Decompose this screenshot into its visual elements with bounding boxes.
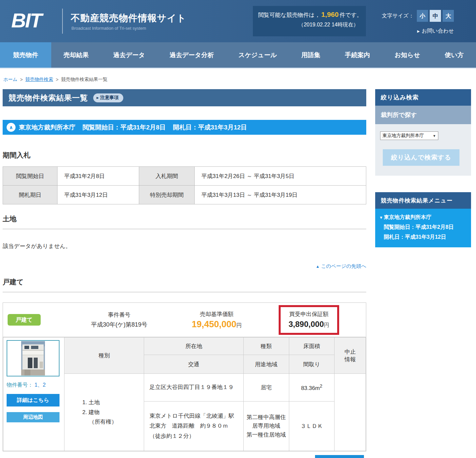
zoning-cell: 第二種中高層住居専用地域 第一種住居地域 xyxy=(244,402,289,451)
type-line: 1. 土地 xyxy=(82,398,139,407)
font-size-large-button[interactable]: 大 xyxy=(443,10,454,22)
nav-item-schedule[interactable]: スケジュール xyxy=(226,42,289,68)
font-size-label: 文字サイズ： xyxy=(382,13,414,19)
bit-logo[interactable]: BIT xyxy=(11,9,41,32)
header-cancel-info: 中止 情報 xyxy=(335,337,366,374)
arrow-right-icon: ▶ xyxy=(417,29,420,33)
font-size-medium-button[interactable]: 中 xyxy=(430,10,441,22)
infobox-date: （2019.02.22 14時現在） xyxy=(258,21,361,28)
main-column: 競売物件検索結果一覧 ▶ 注意事項 ∧ 東京地方裁判所本庁 閲覧開始日：平成31… xyxy=(3,89,366,451)
search-by-court-subtitle: 裁判所で探す xyxy=(375,106,471,124)
triangle-down-icon: ▼ xyxy=(379,215,383,220)
nav-item-how-to-use[interactable]: 使い方 xyxy=(432,42,476,68)
property-count: 1,960 xyxy=(320,11,340,18)
photo-cell: 物件番号： 1、2 詳細はこちら 周辺地図 xyxy=(3,337,64,451)
breadcrumb-search[interactable]: 競売物件検索 xyxy=(25,77,53,83)
table-row: 開札期日 平成31年3月12日 特別売却期間 平成31年3月13日 ～ 平成31… xyxy=(3,186,366,204)
court-select[interactable]: 東京地方裁判所本庁 ▼ xyxy=(380,131,438,140)
breadcrumb-home[interactable]: ホーム xyxy=(3,77,18,83)
header-layout: 間取り xyxy=(289,355,335,374)
item-number-value[interactable]: 1、2 xyxy=(34,382,46,388)
court-select-value: 東京地方裁判所本庁 xyxy=(382,133,424,139)
site-subtitle: Broadcast Information of Tri-set system xyxy=(71,26,146,31)
type-line: 2. 建物 xyxy=(82,407,139,417)
nav-item-past-data[interactable]: 過去データ xyxy=(101,42,157,68)
site-title: 不動産競売物件情報サイト xyxy=(71,12,186,24)
breadcrumb-current: 競売物件検索結果一覧 xyxy=(61,77,107,83)
font-size-control: 文字サイズ： 小 中 大 xyxy=(382,10,454,22)
special-sale-label: 特別売却期間 xyxy=(139,186,195,204)
page-title: 競売物件検索結果一覧 xyxy=(9,93,88,103)
bid-period-label: 入札期間 xyxy=(139,167,195,186)
house-photo-image xyxy=(21,341,45,375)
table-row: 閲覧開始日 平成31年2月8日 入札期間 平成31年2月26日 ～ 平成31年3… xyxy=(3,167,366,186)
notice-button[interactable]: ▶ 注意事項 xyxy=(93,93,123,102)
page-top-link[interactable]: ▲このページの先頭へ xyxy=(316,263,366,269)
site-header: BIT 不動産競売物件情報サイト Broadcast Information o… xyxy=(0,0,476,42)
section-heading-kikan: 期間入札 xyxy=(3,151,366,160)
nav-item-procedures[interactable]: 手続案内 xyxy=(333,42,382,68)
case-number-value: 平成30年(ケ)第819号 xyxy=(65,321,173,329)
page-top-label: このページの先頭へ xyxy=(321,263,366,269)
deposit-unit: 円 xyxy=(324,322,329,328)
type-line: （所有権） xyxy=(82,417,139,427)
deposit-highlight-box: 買受申出保証額 3,890,000円 xyxy=(279,305,339,335)
main-nav: 競売物件 売却結果 過去データ 過去データ分析 スケジュール 用語集 手続案内 … xyxy=(0,42,476,69)
property-summary-row: 戸建て 事件番号 平成30年(ケ)第819号 売却基準価額 19,450,000… xyxy=(3,303,366,337)
sidebar: 絞り込み検索 裁判所で探す 東京地方裁判所本庁 ▼ 絞り込んで検索する 競売物件… xyxy=(375,89,471,247)
arrow-right-icon: ▶ xyxy=(97,96,99,99)
banner-court: 東京地方裁判所本庁 xyxy=(19,123,75,132)
font-size-small-button[interactable]: 小 xyxy=(417,10,428,22)
property-type-badge: 戸建て xyxy=(8,314,41,326)
header-location: 所在地 xyxy=(144,337,244,355)
header-floor-area: 床面積 xyxy=(289,337,335,355)
base-price-unit: 円 xyxy=(236,323,242,328)
header-kind: 種類 xyxy=(244,337,289,355)
filter-search-panel: 絞り込み検索 裁判所で探す 東京地方裁判所本庁 ▼ 絞り込んで検索する xyxy=(375,89,471,176)
court-banner[interactable]: ∧ 東京地方裁判所本庁 閲覧開始日：平成31年2月8日 開札日：平成31年3月1… xyxy=(3,120,366,135)
available-properties-box: 閲覧可能な競売物件は，1,960件です。 （2019.02.22 14時現在） xyxy=(253,6,366,36)
filter-search-button[interactable]: 絞り込んで検索する xyxy=(383,149,459,166)
bid-period-table: 閲覧開始日 平成31年2月8日 入札期間 平成31年2月26日 ～ 平成31年3… xyxy=(3,166,366,204)
partial-button-bottom[interactable] xyxy=(315,455,364,458)
item-number-label: 物件番号： xyxy=(7,382,33,388)
breadcrumb-separator: > xyxy=(56,77,59,82)
arrow-up-icon: ▲ xyxy=(316,264,320,269)
section-heading-tochi: 土地 xyxy=(3,214,366,229)
no-data-message: 該当データがありません。 xyxy=(3,242,366,250)
special-sale-value: 平成31年3月13日 ～ 平成31年3月19日 xyxy=(195,186,366,204)
logo-divider xyxy=(62,9,63,34)
case-number-label: 事件番号 xyxy=(65,311,173,319)
property-card: 戸建て 事件番号 平成30年(ケ)第819号 売却基準価額 19,450,000… xyxy=(3,302,366,451)
nav-item-sale-results[interactable]: 売却結果 xyxy=(51,42,101,68)
result-menu-court-link[interactable]: ▼ 東京地方裁判所本庁 xyxy=(379,214,468,221)
header-zoning: 用途地域 xyxy=(244,355,289,374)
nav-item-auction-properties[interactable]: 競売物件 xyxy=(0,42,51,68)
type-cell: 1. 土地 2. 建物 （所有権） xyxy=(64,374,144,451)
contact-link[interactable]: ▶ お問い合わせ xyxy=(417,28,454,35)
viewing-start-value: 平成31年2月8日 xyxy=(58,167,139,186)
deposit-label: 買受申出保証額 xyxy=(289,310,329,318)
infobox-suffix: 件です。 xyxy=(339,12,362,18)
banner-opening-date: 開札日：平成31年3月12日 xyxy=(173,123,247,132)
result-menu-panel: 競売物件検索結果メニュー ▼ 東京地方裁判所本庁 閲覧開始日：平成31年2月8日… xyxy=(375,192,471,247)
base-price-label: 売却基準価額 xyxy=(173,310,260,318)
map-button[interactable]: 周辺地図 xyxy=(7,412,60,422)
result-menu-viewing-date: 閲覧開始日：平成31年2月8日 xyxy=(384,224,468,231)
nav-item-news[interactable]: お知らせ xyxy=(382,42,432,68)
page: BIT 不動産競売物件情報サイト Broadcast Information o… xyxy=(0,0,476,458)
base-price-value: 19,450,000 xyxy=(192,319,236,329)
detail-button[interactable]: 詳細はこちら xyxy=(7,394,60,406)
breadcrumb: ホーム > 競売物件検索 > 競売物件検索結果一覧 xyxy=(0,69,476,83)
property-photo[interactable] xyxy=(7,340,60,376)
nav-item-glossary[interactable]: 用語集 xyxy=(289,42,333,68)
header-access: 交通 xyxy=(144,355,244,374)
kind-cell: 居宅 xyxy=(244,374,289,402)
chevron-up-circle-icon: ∧ xyxy=(7,123,16,132)
opening-date-value: 平成31年3月12日 xyxy=(58,186,139,204)
infobox-prefix: 閲覧可能な競売物件は， xyxy=(258,12,320,18)
nav-item-past-data-analysis[interactable]: 過去データ分析 xyxy=(157,42,226,68)
access-cell: 東京メトロ千代田線「北綾瀬」駅 北東方 道路距離 約９８０ｍ（徒歩約１２分） xyxy=(144,402,244,451)
location-cell: 足立区大谷田四丁目１９番地１９ xyxy=(144,374,244,402)
cancel-info-cell xyxy=(335,374,366,451)
